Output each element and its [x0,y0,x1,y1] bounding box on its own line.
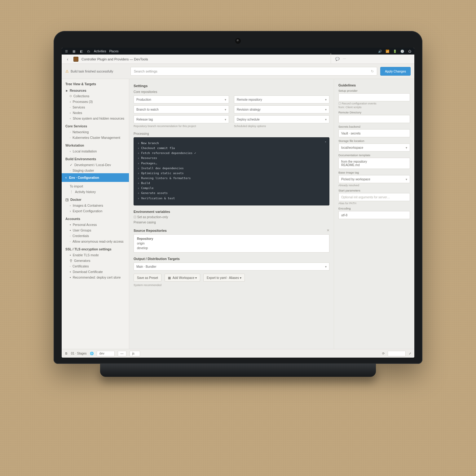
block-output-targets: Output / Distribution Targets Main · Bun… [134,257,329,271]
window-titlebar: ‹ Controller Plugin and Providers — DevT… [62,55,414,64]
chat-icon[interactable]: 💬 [335,57,340,61]
clock-icon[interactable]: 🕓 [400,49,404,53]
sidebar-item[interactable]: ·Credentials [62,233,129,239]
provider-input[interactable] [338,93,410,101]
select-remote[interactable]: Remote repository [234,95,329,104]
secrets-input[interactable]: Vault · secrets [338,129,410,137]
terminal-line: › Compile [138,186,325,191]
field-label: Documentation template [338,153,410,157]
sync-icon[interactable]: ⟳ [382,352,385,355]
checkbox-row[interactable]: ☐ Record configuration events [338,102,410,105]
sidebar-item[interactable]: ·Allow anonymous read-only access [62,239,129,244]
sidebar-item-active[interactable]: ‹ Env · Configuration [62,173,129,182]
sidebar-item[interactable]: ·Services [62,104,129,110]
field-label: Base image tag [338,171,410,174]
sidebar-item[interactable]: ›Processes (3) [62,99,129,104]
sidebar-item[interactable]: ⚲Generators [62,258,129,263]
status-select-env[interactable]: dev [97,351,115,356]
sidebar-group-buildenv: Build Environments [62,154,129,162]
terminal-line: › Install dev dependencies [138,166,325,171]
select-schedule[interactable]: Deploy schedule [234,115,329,123]
status-select-lang[interactable]: js [130,351,140,356]
storage-select[interactable]: local/workspace [338,143,410,152]
sidebar-item[interactable]: Collections [62,93,129,99]
sidebar-item[interactable]: ▫Nodes [62,110,129,116]
select-release[interactable]: Release tag [134,115,229,123]
helper-text: Already resolved [338,184,410,187]
globe-icon[interactable]: 🌐 [90,352,94,355]
app-grid-icon[interactable]: ▦ [72,49,76,53]
sidebar-group-resources[interactable]: ▸Resources [62,88,129,93]
screen: ☰ ▦ ◧ 🗀 Activities Places 🔊 📶 🔋 🕓 ⏻ ‹ Co… [62,48,414,358]
search-input[interactable]: Search settings ↻ [130,67,377,76]
select-production[interactable]: Production [134,95,229,104]
doc-icon[interactable]: 🗎 [65,352,68,355]
helper-text: Alias for PATH [338,202,410,205]
sidebar-item[interactable]: ›Export Configuration [62,208,129,214]
save-preset-button[interactable]: Save as Preset [134,274,161,282]
terminal-toggle-icon[interactable]: ▸ [325,139,327,144]
sidebar-item[interactable]: •Personal Access [62,222,129,227]
apply-button[interactable]: Apply Changes [380,67,411,76]
terminal-line: › Build [138,181,325,186]
sidebar-item[interactable]: •Download Certificate [62,269,129,275]
repo-listbox[interactable]: Repository origin develop [134,234,329,253]
folder-icon[interactable]: 🗀 [86,49,91,53]
sidebar-item[interactable]: ·Networking [62,129,129,135]
status-right-field[interactable] [388,351,406,356]
menu-icon[interactable]: ☰ [64,49,68,53]
export-yaml-button[interactable]: Export to yaml · Aliases ▾ [203,274,245,282]
sidebar-item[interactable]: •Enable TLS mode [62,252,129,258]
field-label: Secrets backend [338,125,410,128]
section-subtitle: Core repositories [134,90,329,94]
back-button[interactable]: ‹ [65,57,70,62]
os-menu-activities[interactable]: Activities [94,50,106,53]
expand-icon[interactable]: ⤢ [409,352,411,355]
sidebar-group-accounts: Accounts [62,214,129,222]
remote-dir-input[interactable] [338,115,410,123]
helper-text: from: Client scripts [338,106,410,109]
status-select-sep[interactable]: — [118,351,126,356]
sidebar-group-docker: ◳Docker [62,195,129,203]
window-icon[interactable]: ◧ [79,49,83,53]
right-panel: Guidelines Setup provider ☐ Record confi… [334,79,414,349]
overflow-icon[interactable]: ⋯ [343,57,346,61]
os-menu-places[interactable]: Places [109,50,118,53]
select-revision[interactable]: Revision strategy [234,105,329,113]
select-bundler[interactable]: Main · Bundler [134,262,329,271]
battery-icon[interactable]: 🔋 [393,49,397,53]
sidebar-item[interactable]: ✓Development / Local-Dev [62,162,129,168]
checkbox-row[interactable]: ☐ Set as production-only [134,215,329,219]
terminal-line: › Generate assets [138,191,325,196]
sidebar: Tree View & Targets ▸Resources Collectio… [62,79,129,349]
terminal-line: › Running linters & formatters [138,176,325,181]
doc-template-input[interactable]: from the repository README.md [338,158,410,169]
power-icon[interactable]: ⏻ [408,49,412,53]
sidebar-item[interactable]: ▫Images & Containers [62,203,129,208]
sidebar-item[interactable]: To import [62,182,129,189]
checkbox-row[interactable]: Preserve casing [134,221,329,224]
speaker-icon[interactable]: 🔊 [378,49,382,53]
refresh-icon[interactable]: ↻ [371,69,374,73]
sidebar-group-ssl: SSL / TLS encryption settings [62,244,129,252]
sidebar-item[interactable]: ·Certificates [62,263,129,269]
encoding-input[interactable]: utf-8 [338,211,410,219]
sidebar-item[interactable]: •User Groups [62,227,129,233]
sidebar-item[interactable]: ·Kubernetes Cluster Management [62,135,129,140]
sidebar-heading: Tree View & Targets [62,79,129,88]
sidebar-item[interactable]: ·Staging cluster [62,168,129,173]
sidebar-item[interactable]: •Recommended: deploy cert store [62,275,129,280]
terminal-label: Processing [134,132,329,135]
sidebar-item[interactable]: ▫Local installation [62,148,129,154]
base-image-select[interactable]: Picked by workspace [338,175,410,183]
wifi-icon[interactable]: 📶 [385,49,390,53]
close-icon[interactable]: ✕ [327,228,329,232]
start-params-input[interactable]: Optional init arguments for server… [338,193,410,201]
select-branch[interactable]: Branch to watch [134,105,229,113]
add-workspace-button[interactable]: ▦Add Workspace ▾ [165,274,200,282]
sidebar-group-workstation: Workstation [62,140,129,148]
sidebar-item[interactable]: ⋮Activity history [62,189,129,195]
sidebar-item[interactable]: ▫Show system and hidden resources [62,116,129,121]
window-title: Controller Plugin and Providers — DevToo… [82,57,148,61]
terminal[interactable]: ▸ › New branch › Checkout commit f1a › F… [134,137,329,205]
